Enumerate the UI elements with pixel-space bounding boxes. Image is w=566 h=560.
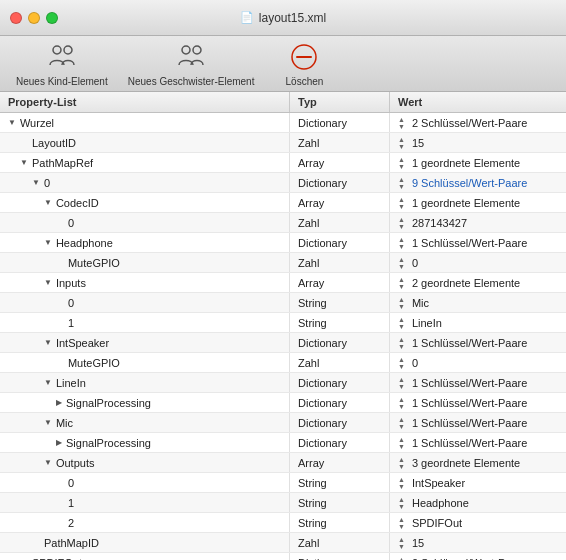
stepper[interactable]: ▲▼ (398, 436, 405, 450)
stepper-down-icon[interactable]: ▼ (398, 323, 405, 330)
table-row[interactable]: ▶SignalProcessingDictionary▲▼1 Schlüssel… (0, 393, 566, 413)
stepper-up-icon[interactable]: ▲ (398, 536, 405, 543)
stepper[interactable]: ▲▼ (398, 536, 405, 550)
stepper[interactable]: ▲▼ (398, 396, 405, 410)
stepper-up-icon[interactable]: ▲ (398, 296, 405, 303)
new-sibling-button[interactable]: Neues Geschwister-Element (128, 41, 255, 87)
stepper-up-icon[interactable]: ▲ (398, 116, 405, 123)
stepper[interactable]: ▲▼ (398, 216, 405, 230)
stepper[interactable]: ▲▼ (398, 156, 405, 170)
stepper-down-icon[interactable]: ▼ (398, 463, 405, 470)
stepper[interactable]: ▲▼ (398, 556, 405, 561)
stepper[interactable]: ▲▼ (398, 276, 405, 290)
stepper-up-icon[interactable]: ▲ (398, 556, 405, 561)
stepper-down-icon[interactable]: ▼ (398, 363, 405, 370)
table-row[interactable]: ▼0String▲▼Mic (0, 293, 566, 313)
table-row[interactable]: ▼0String▲▼IntSpeaker (0, 473, 566, 493)
stepper-down-icon[interactable]: ▼ (398, 123, 405, 130)
stepper-up-icon[interactable]: ▲ (398, 496, 405, 503)
stepper-up-icon[interactable]: ▲ (398, 376, 405, 383)
stepper-up-icon[interactable]: ▲ (398, 216, 405, 223)
stepper-up-icon[interactable]: ▲ (398, 396, 405, 403)
typ-cell: Dictionary (290, 433, 390, 452)
stepper-down-icon[interactable]: ▼ (398, 483, 405, 490)
stepper-up-icon[interactable]: ▲ (398, 436, 405, 443)
stepper-up-icon[interactable]: ▲ (398, 176, 405, 183)
stepper[interactable]: ▲▼ (398, 376, 405, 390)
stepper-up-icon[interactable]: ▲ (398, 336, 405, 343)
stepper[interactable]: ▲▼ (398, 336, 405, 350)
table-row[interactable]: ▼0Zahl▲▼287143427 (0, 213, 566, 233)
stepper-down-icon[interactable]: ▼ (398, 423, 405, 430)
table-row[interactable]: ▼SPDIFOutDictionary▲▼0 Schlüssel/Wert-Pa… (0, 553, 566, 560)
row-name: 1 (68, 497, 74, 509)
stepper-down-icon[interactable]: ▼ (398, 343, 405, 350)
stepper-down-icon[interactable]: ▼ (398, 523, 405, 530)
table-row[interactable]: ▼0Dictionary▲▼9 Schlüssel/Wert-Paare (0, 173, 566, 193)
stepper-down-icon[interactable]: ▼ (398, 223, 405, 230)
row-name: Mic (56, 417, 73, 429)
minimize-button[interactable] (28, 12, 40, 24)
stepper-up-icon[interactable]: ▲ (398, 476, 405, 483)
stepper-down-icon[interactable]: ▼ (398, 303, 405, 310)
stepper[interactable]: ▲▼ (398, 456, 405, 470)
table-row[interactable]: ▼PathMapIDZahl▲▼15 (0, 533, 566, 553)
stepper-down-icon[interactable]: ▼ (398, 243, 405, 250)
stepper-up-icon[interactable]: ▲ (398, 256, 405, 263)
stepper-down-icon[interactable]: ▼ (398, 383, 405, 390)
stepper[interactable]: ▲▼ (398, 476, 405, 490)
stepper-down-icon[interactable]: ▼ (398, 503, 405, 510)
stepper-up-icon[interactable]: ▲ (398, 156, 405, 163)
stepper[interactable]: ▲▼ (398, 116, 405, 130)
delete-button[interactable]: Löschen (274, 41, 334, 87)
stepper[interactable]: ▲▼ (398, 416, 405, 430)
stepper[interactable]: ▲▼ (398, 316, 405, 330)
stepper-down-icon[interactable]: ▼ (398, 183, 405, 190)
stepper-down-icon[interactable]: ▼ (398, 283, 405, 290)
stepper[interactable]: ▲▼ (398, 136, 405, 150)
stepper-up-icon[interactable]: ▲ (398, 416, 405, 423)
table-row[interactable]: ▼1String▲▼LineIn (0, 313, 566, 333)
stepper[interactable]: ▲▼ (398, 196, 405, 210)
table-row[interactable]: ▼WurzelDictionary▲▼2 Schlüssel/Wert-Paar… (0, 113, 566, 133)
stepper[interactable]: ▲▼ (398, 516, 405, 530)
stepper-up-icon[interactable]: ▲ (398, 456, 405, 463)
table-row[interactable]: ▼HeadphoneDictionary▲▼1 Schlüssel/Wert-P… (0, 233, 566, 253)
table-row[interactable]: ▶SignalProcessingDictionary▲▼1 Schlüssel… (0, 433, 566, 453)
stepper[interactable]: ▲▼ (398, 236, 405, 250)
table-row[interactable]: ▼IntSpeakerDictionary▲▼1 Schlüssel/Wert-… (0, 333, 566, 353)
stepper[interactable]: ▲▼ (398, 356, 405, 370)
stepper-up-icon[interactable]: ▲ (398, 136, 405, 143)
stepper[interactable]: ▲▼ (398, 296, 405, 310)
table-row[interactable]: ▼MicDictionary▲▼1 Schlüssel/Wert-Paare (0, 413, 566, 433)
stepper-down-icon[interactable]: ▼ (398, 443, 405, 450)
table-row[interactable]: ▼InputsArray▲▼2 geordnete Elemente (0, 273, 566, 293)
stepper-up-icon[interactable]: ▲ (398, 356, 405, 363)
stepper[interactable]: ▲▼ (398, 176, 405, 190)
new-child-button[interactable]: Neues Kind-Element (16, 41, 108, 87)
stepper[interactable]: ▲▼ (398, 256, 405, 270)
maximize-button[interactable] (46, 12, 58, 24)
stepper-down-icon[interactable]: ▼ (398, 263, 405, 270)
table-row[interactable]: ▼MuteGPIOZahl▲▼0 (0, 353, 566, 373)
stepper-up-icon[interactable]: ▲ (398, 516, 405, 523)
table-row[interactable]: ▼LineInDictionary▲▼1 Schlüssel/Wert-Paar… (0, 373, 566, 393)
stepper-down-icon[interactable]: ▼ (398, 163, 405, 170)
table-row[interactable]: ▼1String▲▼Headphone (0, 493, 566, 513)
table-row[interactable]: ▼OutputsArray▲▼3 geordnete Elemente (0, 453, 566, 473)
stepper-down-icon[interactable]: ▼ (398, 203, 405, 210)
stepper-down-icon[interactable]: ▼ (398, 403, 405, 410)
table-row[interactable]: ▼2String▲▼SPDIFOut (0, 513, 566, 533)
table-row[interactable]: ▼LayoutIDZahl▲▼15 (0, 133, 566, 153)
stepper-up-icon[interactable]: ▲ (398, 316, 405, 323)
stepper-down-icon[interactable]: ▼ (398, 143, 405, 150)
table-row[interactable]: ▼PathMapRefArray▲▼1 geordnete Elemente (0, 153, 566, 173)
stepper-down-icon[interactable]: ▼ (398, 543, 405, 550)
stepper-up-icon[interactable]: ▲ (398, 196, 405, 203)
close-button[interactable] (10, 12, 22, 24)
table-row[interactable]: ▼CodecIDArray▲▼1 geordnete Elemente (0, 193, 566, 213)
stepper-up-icon[interactable]: ▲ (398, 236, 405, 243)
table-row[interactable]: ▼MuteGPIOZahl▲▼0 (0, 253, 566, 273)
stepper-up-icon[interactable]: ▲ (398, 276, 405, 283)
stepper[interactable]: ▲▼ (398, 496, 405, 510)
